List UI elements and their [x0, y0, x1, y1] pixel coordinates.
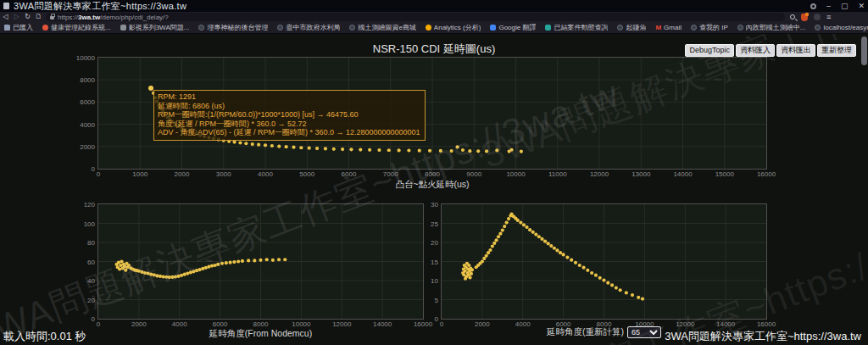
- x-tick-label: 10000: [498, 170, 535, 178]
- bookmark-favicon-icon: [277, 25, 283, 31]
- bookmark-item[interactable]: 健康管理紀錄系統...: [42, 23, 111, 32]
- data-point: [118, 267, 121, 270]
- bookmark-item[interactable]: 臺中市政府水利局: [277, 23, 340, 32]
- data-import-button[interactable]: 資料匯入: [736, 44, 775, 57]
- window-favicon-icon: [3, 3, 9, 9]
- browser-window: 3WA問題解決專家工作室~https://3wa.tw – ▢ ✕ ◁ ▷ ↻ …: [0, 0, 868, 345]
- y-tick-label: 2000: [70, 143, 95, 151]
- profile-icon[interactable]: [810, 3, 816, 9]
- data-point: [547, 242, 550, 245]
- x-tick-label: 4000: [161, 320, 198, 328]
- data-point: [610, 283, 614, 287]
- bookmark-label: 起賺魚: [626, 23, 646, 32]
- data-point: [602, 278, 605, 281]
- data-point: [271, 259, 275, 262]
- data-point: [619, 288, 622, 292]
- bookmark-label: localhost/easyma...: [823, 24, 868, 31]
- bookmark-item[interactable]: 理專神秘的後台管理: [198, 23, 268, 32]
- bookmark-item[interactable]: 起賺魚: [617, 23, 646, 32]
- delay-angle-recalc-chart[interactable]: 0200040006000800010000120001400016000051…: [441, 203, 767, 320]
- url-text: https://3wa.tw/demo/php/cdi_delay/?: [58, 14, 169, 21]
- data-point: [525, 225, 528, 229]
- delay-angle-nodemcu-chart[interactable]: 0200040006000800010000120001400016000020…: [97, 203, 424, 320]
- data-point: [120, 259, 123, 263]
- bookmark-item[interactable]: 查我的 IP: [691, 23, 728, 32]
- data-point: [468, 275, 471, 279]
- back-icon[interactable]: ◁: [0, 12, 11, 22]
- data-point: [168, 275, 171, 279]
- bookmark-item[interactable]: 內政部國土測繪中...: [737, 23, 806, 32]
- data-point: [531, 231, 535, 234]
- bookmark-favicon-icon: [737, 25, 743, 31]
- bookmarks-bar: 已匯入健康管理紀錄系統...影視系列3WA問題...理專神秘的後台管理臺中市政府…: [0, 22, 868, 34]
- data-point: [492, 242, 496, 245]
- bookmark-item[interactable]: 已結案件動態查詢: [545, 23, 608, 32]
- bookmark-label: 已結案件動態查詢: [554, 23, 608, 32]
- refresh-button[interactable]: 重新整理: [817, 44, 856, 57]
- close-icon[interactable]: ✕: [858, 0, 865, 12]
- data-point: [495, 148, 498, 152]
- data-point: [265, 258, 269, 261]
- data-point: [324, 147, 327, 150]
- data-point: [164, 275, 168, 279]
- data-point: [590, 271, 593, 275]
- data-point: [264, 143, 267, 147]
- debug-topic-button[interactable]: DebugTopic: [685, 44, 734, 57]
- bookmark-favicon-icon: [691, 25, 697, 31]
- bookmark-item[interactable]: Analytics (分析): [426, 23, 481, 32]
- url-bar[interactable]: https://3wa.tw/demo/php/cdi_delay/?: [46, 13, 785, 21]
- bookmark-label: 影視系列3WA問題...: [129, 23, 190, 32]
- bookmark-favicon-icon: [815, 25, 821, 31]
- data-point: [216, 263, 220, 266]
- data-point: [562, 253, 565, 256]
- data-point: [192, 270, 195, 273]
- menu-icon[interactable]: ≡: [826, 12, 831, 22]
- y-tick-label: 60: [70, 259, 95, 266]
- data-point: [176, 275, 180, 278]
- data-point: [292, 146, 295, 149]
- data-point: [137, 270, 141, 273]
- y-tick-label: 80: [70, 239, 95, 247]
- data-point: [428, 149, 431, 153]
- data-point: [491, 244, 494, 248]
- y-tick-label: 4000: [70, 121, 95, 129]
- data-point: [124, 269, 127, 272]
- lock-icon: [50, 16, 54, 19]
- minimize-icon[interactable]: –: [826, 0, 831, 12]
- reload-icon[interactable]: ↻: [22, 12, 33, 22]
- maximize-icon[interactable]: ▢: [841, 0, 849, 12]
- bookmark-favicon-icon: [426, 25, 431, 31]
- y-tick-label: 10: [413, 277, 438, 285]
- page-action-icon[interactable]: 🗋: [33, 12, 44, 22]
- scrollbar-thumb[interactable]: [861, 36, 867, 65]
- zoom-icon[interactable]: [790, 14, 795, 19]
- tooltip-rev-time: RPM一圈時間:(1/(RPM/60.0))*1000*1000) [us] →…: [158, 110, 420, 120]
- data-point: [123, 264, 126, 268]
- adblock-shield-icon[interactable]: [801, 14, 808, 21]
- bookmark-item[interactable]: Google 翻譯: [490, 23, 536, 32]
- data-point: [170, 275, 174, 279]
- bookmark-item[interactable]: MGmail: [655, 24, 682, 31]
- x-tick-label: 8000: [242, 320, 280, 328]
- data-point: [503, 225, 506, 228]
- bookmark-item[interactable]: 影視系列3WA問題...: [120, 23, 190, 32]
- data-export-button[interactable]: 資料匯出: [776, 44, 815, 57]
- adv-angle-select[interactable]: 65: [627, 326, 661, 338]
- bookmark-item[interactable]: 已匯入: [4, 23, 33, 32]
- data-point: [159, 275, 162, 278]
- extension-icon[interactable]: [814, 14, 821, 20]
- bookmark-item[interactable]: 國土測繪圖資e商城: [349, 23, 415, 32]
- y-tick-label: 15: [413, 259, 438, 266]
- data-point: [565, 255, 569, 259]
- bookmark-item[interactable]: localhost/easyma...: [815, 24, 868, 31]
- bookmark-label: 內政部國土測繪中...: [746, 23, 806, 32]
- data-point: [516, 219, 520, 222]
- data-point: [119, 264, 122, 267]
- forward-icon[interactable]: ▷: [11, 12, 22, 22]
- data-point: [543, 240, 547, 243]
- x-tick-label: 6000: [331, 170, 368, 178]
- y-tick-label: 100: [70, 220, 95, 228]
- data-point: [398, 148, 401, 152]
- data-point: [631, 293, 634, 297]
- bookmark-label: 已匯入: [13, 23, 33, 32]
